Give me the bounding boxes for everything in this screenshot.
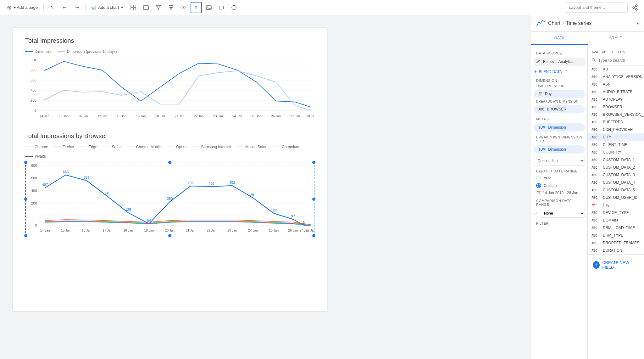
panel-collapse-chevron[interactable]: ▾ [637,21,639,26]
field-name: COUNTRY [603,150,621,154]
field-item-device-type[interactable]: ABCDEVICE_TYPE [588,209,644,216]
data-source-button[interactable]: Bitmovin Analytics [534,58,585,66]
svg-text:20 Jan: 20 Jan [155,115,165,118]
legend-line-chrome [25,147,33,147]
field-item-autoplay[interactable]: ABCAUTOPLAY [588,96,644,103]
legend-line-safari [102,147,110,147]
field-item-analytics-version[interactable]: ABCANALYTICS_VERSION [588,73,644,81]
field-item-cdn-provider[interactable]: ABCCDN_PROVIDER [588,126,644,133]
add-page-label: + Add a page [14,5,38,10]
svg-text:14 Jan: 14 Jan [40,229,50,232]
svg-text:21 Jan: 21 Jan [186,229,196,232]
chart-1-svg: 1K 800 600 400 200 0 14 Jan 15 Jan 16 Ja… [25,57,314,120]
comparison-select[interactable]: None [540,209,585,218]
text-button[interactable]: T [191,2,202,13]
field-item-custom-data-1[interactable]: ABCCUSTOM_DATA_1 [588,156,644,164]
handle-tl[interactable] [24,161,27,164]
field-item-drm-type[interactable]: ABCDRM_TYPE [588,232,644,239]
handle-mr[interactable] [312,198,315,201]
svg-point-11 [207,6,208,7]
handle-tr[interactable] [312,161,315,164]
sum-chip-icon: SUM [537,126,546,130]
legend-vivaldi: Vivaldi [25,154,46,159]
field-item-browser-version----[interactable]: ABCBROWSER_VERSION_... [588,111,644,118]
rectangle-button[interactable] [216,2,227,13]
svg-text:200: 200 [31,98,36,102]
image-button[interactable] [203,2,214,13]
svg-text:350: 350 [167,197,173,200]
field-item-custom-data-4[interactable]: ABCCUSTOM_DATA_4 [588,179,644,186]
handle-ml[interactable] [24,198,27,201]
chart-2-selected-wrapper[interactable]: 800 600 400 200 0 14 Jan 15 Jan 16 Jan 1… [25,162,314,236]
blend-data-button[interactable]: + BLEND DATA ? [531,67,587,76]
sort-direction-select[interactable]: Descending Ascending [534,156,585,165]
funnel-button[interactable] [165,2,177,13]
circle-button[interactable] [228,2,240,13]
field-item-client-time[interactable]: ABCCLIENT_TIME [588,141,644,149]
metric-label: Metric [531,115,587,122]
filter-button[interactable] [153,2,164,13]
handle-br[interactable] [312,234,315,237]
field-name: DEVICE_TYPE [603,210,629,215]
chart-1-container: Total Impressions Dimension Dimension (p… [25,37,314,120]
breakdown-chip[interactable]: ABC BROWSER [534,105,585,113]
toolbar: ⊕ + Add a page ↖ ↩ ↪ 📊 Add a chart ▾ [0,0,644,15]
undo-button[interactable]: ↩ [59,2,70,13]
create-field-label: CREATE NEW FIELD [602,260,639,270]
canvas-area: Total Impressions Dimension Dimension (p… [0,15,531,359]
field-item-drm-load-time[interactable]: ABCDRM_LOAD_TIME [588,224,644,232]
handle-bm[interactable] [168,234,171,237]
sort-direction-row: Descending Ascending [531,155,587,167]
create-field-button[interactable]: + CREATE NEW FIELD [593,258,639,272]
svg-text:97: 97 [291,214,295,218]
handle-tm[interactable] [168,161,171,164]
cursor-tool-button[interactable]: ↖ [46,2,58,13]
breakdown-sort-chip[interactable]: SUM Dimension [534,145,585,154]
field-item-custom-data-2[interactable]: ABCCUSTOM_DATA_2 [588,164,644,171]
table-icon-button[interactable] [128,2,139,13]
auto-radio[interactable] [536,176,541,181]
search-icon [591,58,596,63]
chart-1-wrapper: 1K 800 600 400 200 0 14 Jan 15 Jan 16 Ja… [25,57,314,120]
field-item-custom-data-5[interactable]: ABCCUSTOM_DATA_5 [588,186,644,194]
field-item-city[interactable]: ABCCITY [588,133,644,141]
date-display[interactable]: 📅 14 Jan 2019 - 28 Jan... [531,189,587,196]
field-item-ad[interactable]: ABCAD [588,65,644,73]
legend-line-dimension-prev [58,51,65,52]
svg-text:21 Jan: 21 Jan [175,115,184,118]
custom-radio[interactable] [536,183,541,188]
layout-theme-search[interactable] [565,3,628,13]
field-item-buffered[interactable]: ABCBUFFERED [588,118,644,126]
separator-1 [43,4,44,11]
field-item-day[interactable]: 📅Day [588,201,644,209]
field-item-audio-bitrate[interactable]: ABCAUDIO_BITRATE [588,88,644,96]
add-chart-button[interactable]: 📊 Add a chart ▾ [88,2,126,13]
field-item-duration[interactable]: ABCDURATION [588,247,644,254]
field-item-custom-data-3[interactable]: ABCCUSTOM_DATA_3 [588,171,644,179]
tab-data[interactable]: DATA [531,32,588,45]
table-icon [130,5,136,10]
scorecard-button[interactable] [140,2,152,13]
svg-text:600: 600 [31,78,36,82]
comparison-label: Comparison date range [531,196,587,208]
field-search-input[interactable] [598,58,640,63]
field-item-dropped-frames[interactable]: ABCDROPPED_FRAMES [588,239,644,247]
blend-info-icon: ? [565,69,568,74]
time-dimension-chip[interactable]: 📅 Day [534,90,585,98]
metric-chip[interactable]: SUM Dimension [534,123,585,132]
code-button[interactable]: </> [178,2,189,13]
field-item-domain[interactable]: ABCDOMAIN [588,216,644,224]
add-page-button[interactable]: ⊕ + Add a page [4,2,41,13]
field-item-browser[interactable]: ABCBROWSER [588,103,644,111]
field-item-asn[interactable]: ABCASN [588,81,644,88]
field-item-custom-user-id[interactable]: ABCCUSTOM_USER_ID [588,194,644,201]
share-button[interactable] [629,2,640,13]
tab-style[interactable]: STYLE [588,32,644,45]
panel-config: Data Source Bitmovin Analytics + BLEND D… [531,45,588,359]
field-item-country[interactable]: ABCCOUNTRY [588,149,644,156]
handle-bl[interactable] [24,234,27,237]
redo-button[interactable]: ↪ [71,2,83,13]
custom-radio-row: Custom [531,182,587,189]
field-name: DRM_TYPE [603,233,623,238]
field-name: BUFFERED [603,120,623,124]
